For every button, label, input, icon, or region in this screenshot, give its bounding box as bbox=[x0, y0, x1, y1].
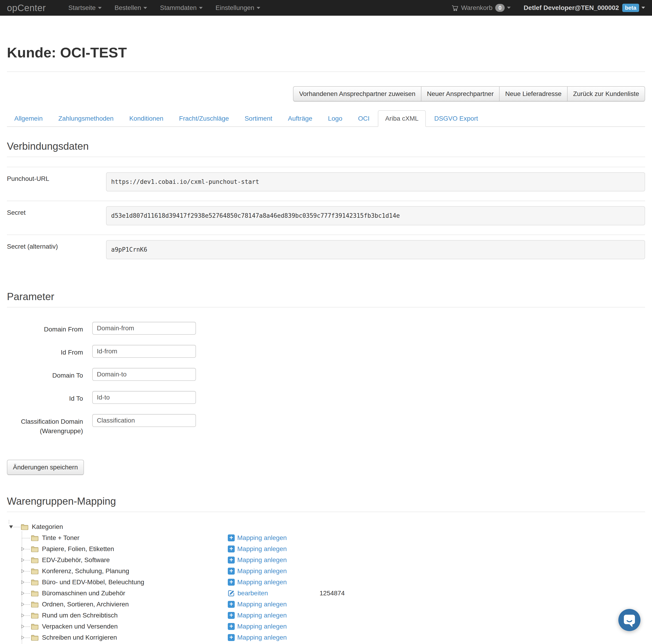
nav-item-stammdaten[interactable]: Stammdaten bbox=[154, 0, 209, 16]
tab-konditionen[interactable]: Konditionen bbox=[122, 110, 171, 127]
cart-menu[interactable]: Warenkorb 0 bbox=[452, 4, 511, 12]
tree-node-label[interactable]: Papiere, Folien, Etiketten bbox=[42, 545, 114, 553]
mapping-heading: Warengruppen-Mapping bbox=[7, 495, 645, 508]
tab-allgemein[interactable]: Allgemein bbox=[7, 110, 50, 127]
tree-node-label[interactable]: Büro- und EDV-Möbel, Beleuchtung bbox=[42, 578, 144, 586]
create-mapping-link[interactable]: +Mapping anlegen bbox=[228, 545, 287, 553]
tree-node-label[interactable]: Tinte + Toner bbox=[42, 534, 80, 542]
folder-icon bbox=[31, 568, 39, 574]
tab-fracht-zuschl-ge[interactable]: Fracht/Zuschläge bbox=[172, 110, 236, 127]
tree-node-label[interactable]: Ordnen, Sortieren, Archivieren bbox=[42, 601, 129, 608]
classification-domain-warengruppe-input[interactable] bbox=[92, 414, 196, 427]
page: { "colors": { "navbar_bg": "#212121", "n… bbox=[0, 0, 652, 644]
plus-square-icon: + bbox=[228, 579, 235, 586]
folder-icon bbox=[31, 579, 39, 586]
nav-item-label: Startseite bbox=[69, 4, 96, 11]
tree-node-label[interactable]: Verpacken und Versenden bbox=[42, 623, 117, 630]
expand-toggle-icon[interactable] bbox=[21, 602, 25, 607]
tree-node-label[interactable]: EDV-Zubehör, Software bbox=[42, 556, 110, 564]
parameter-divider bbox=[7, 307, 645, 307]
chat-launcher-button[interactable] bbox=[618, 609, 641, 631]
domain-to-input[interactable] bbox=[92, 368, 196, 381]
expand-toggle-icon[interactable] bbox=[21, 635, 25, 640]
page-container: Kunde: OCI-TEST Vorhandenen Ansprechpart… bbox=[0, 45, 652, 644]
tree-node-label[interactable]: Schreiben und Korrigieren bbox=[42, 634, 117, 641]
expand-toggle-icon[interactable] bbox=[21, 558, 25, 562]
plus-square-icon: + bbox=[228, 535, 235, 541]
nav-item-bestellen[interactable]: Bestellen bbox=[108, 0, 154, 16]
create-mapping-link[interactable]: +Mapping anlegen bbox=[228, 556, 287, 564]
plus-square-icon: + bbox=[228, 634, 235, 641]
create-mapping-label: Mapping anlegen bbox=[237, 545, 287, 553]
expand-toggle-icon[interactable] bbox=[21, 580, 25, 585]
tree-node-label[interactable]: Konferenz, Schulung, Planung bbox=[42, 567, 129, 575]
edit-mapping-link[interactable]: bearbeiten bbox=[228, 590, 268, 597]
create-mapping-label: Mapping anlegen bbox=[237, 612, 287, 619]
secret-alternativ-value: a9pP1CrnK6 bbox=[106, 240, 645, 259]
plus-square-icon: + bbox=[228, 568, 235, 574]
zur-ck-zur-kundenliste-button[interactable]: Zurück zur Kundenliste bbox=[567, 86, 645, 102]
tab-oci[interactable]: OCI bbox=[351, 110, 377, 127]
user-label: Detlef Developer@TEN_000002 bbox=[523, 4, 619, 11]
tree-node-konferenz-schulung-planung: Konferenz, Schulung, Planung+Mapping anl… bbox=[7, 566, 645, 577]
domain-from-input[interactable] bbox=[92, 322, 196, 335]
create-mapping-link[interactable]: +Mapping anlegen bbox=[228, 612, 287, 619]
connection-row-punchout-url: Punchout-URLhttps://dev1.cobai.io/cxml-p… bbox=[7, 167, 645, 201]
nav-item-einstellungen[interactable]: Einstellungen bbox=[209, 0, 267, 16]
nav-item-label: Bestellen bbox=[115, 4, 141, 11]
neue-lieferadresse-button[interactable]: Neue Lieferadresse bbox=[499, 86, 567, 102]
create-mapping-label: Mapping anlegen bbox=[237, 634, 287, 641]
category-tree: Kategorien Tinte + Toner+Mapping anlegen… bbox=[7, 521, 645, 644]
tree-root-label[interactable]: Kategorien bbox=[32, 523, 63, 531]
id-to-input[interactable] bbox=[92, 391, 196, 404]
expand-toggle-icon[interactable] bbox=[21, 569, 25, 573]
tree-node-label[interactable]: Büromaschinen und Zubehör bbox=[42, 590, 125, 597]
secret-value: d53e1d807d11618d39417f2938e52764850c7814… bbox=[106, 206, 645, 225]
neuer-ansprechpartner-button[interactable]: Neuer Ansprechpartner bbox=[421, 86, 500, 102]
tree-root-node: Kategorien bbox=[7, 521, 645, 532]
tree-node-b-cher-formulare-schreibbl-cke: Bücher, Formulare, Schreibblöcke+Mapping… bbox=[7, 643, 645, 644]
tree-line bbox=[13, 527, 20, 527]
create-mapping-link[interactable]: +Mapping anlegen bbox=[228, 623, 287, 630]
create-mapping-label: Mapping anlegen bbox=[237, 601, 287, 608]
tab-ariba-cxml[interactable]: Ariba cXML bbox=[378, 110, 426, 127]
collapse-toggle-icon[interactable] bbox=[9, 524, 13, 529]
title-divider bbox=[7, 72, 645, 72]
create-mapping-label: Mapping anlegen bbox=[237, 623, 287, 630]
field-label: Classification Domain (Warengruppe) bbox=[7, 414, 83, 436]
plus-square-icon: + bbox=[228, 557, 235, 564]
create-mapping-link[interactable]: +Mapping anlegen bbox=[228, 567, 287, 575]
tab-auftr-ge[interactable]: Aufträge bbox=[280, 110, 320, 127]
tab-zahlungsmethoden[interactable]: Zahlungsmethoden bbox=[51, 110, 121, 127]
field-label: Secret (alternativ) bbox=[7, 240, 106, 259]
form-group-domain-to: Domain To bbox=[7, 368, 645, 381]
expand-toggle-icon[interactable] bbox=[21, 624, 25, 629]
vorhandenen-ansprechpartner-zuweisen-button[interactable]: Vorhandenen Ansprechpartner zuweisen bbox=[293, 86, 421, 102]
chevron-down-icon bbox=[507, 7, 511, 9]
tab-dsgvo-export[interactable]: DSGVO Export bbox=[427, 110, 485, 127]
form-group-classification-domain-warengruppe: Classification Domain (Warengruppe) bbox=[7, 414, 645, 436]
tab-logo[interactable]: Logo bbox=[321, 110, 350, 127]
tab-sortiment[interactable]: Sortiment bbox=[237, 110, 280, 127]
create-mapping-link[interactable]: +Mapping anlegen bbox=[228, 534, 287, 542]
parameter-form: Domain FromId FromDomain ToId ToClassifi… bbox=[7, 322, 645, 436]
expand-toggle-icon[interactable] bbox=[21, 613, 25, 618]
tree-node-label[interactable]: Rund um den Schreibtisch bbox=[42, 612, 117, 619]
app-logo[interactable]: opCenter bbox=[7, 3, 46, 13]
folder-icon bbox=[31, 557, 39, 564]
chevron-down-icon bbox=[98, 7, 102, 9]
plus-square-icon: + bbox=[228, 612, 235, 619]
plus-square-icon: + bbox=[228, 601, 235, 608]
expand-toggle-icon[interactable] bbox=[21, 547, 25, 551]
create-mapping-link[interactable]: +Mapping anlegen bbox=[228, 578, 287, 586]
user-menu[interactable]: Detlef Developer@TEN_000002 beta bbox=[523, 4, 645, 12]
id-from-input[interactable] bbox=[92, 345, 196, 358]
create-mapping-link[interactable]: +Mapping anlegen bbox=[228, 634, 287, 641]
mapping-id-value: 1254874 bbox=[320, 590, 345, 597]
create-mapping-link[interactable]: +Mapping anlegen bbox=[228, 601, 287, 608]
expand-toggle-icon[interactable] bbox=[21, 591, 25, 596]
mapping-divider bbox=[7, 512, 645, 512]
create-mapping-label: Mapping anlegen bbox=[237, 556, 287, 564]
nav-item-startseite[interactable]: Startseite bbox=[62, 0, 108, 16]
save-button[interactable]: Änderungen speichern bbox=[7, 460, 84, 475]
